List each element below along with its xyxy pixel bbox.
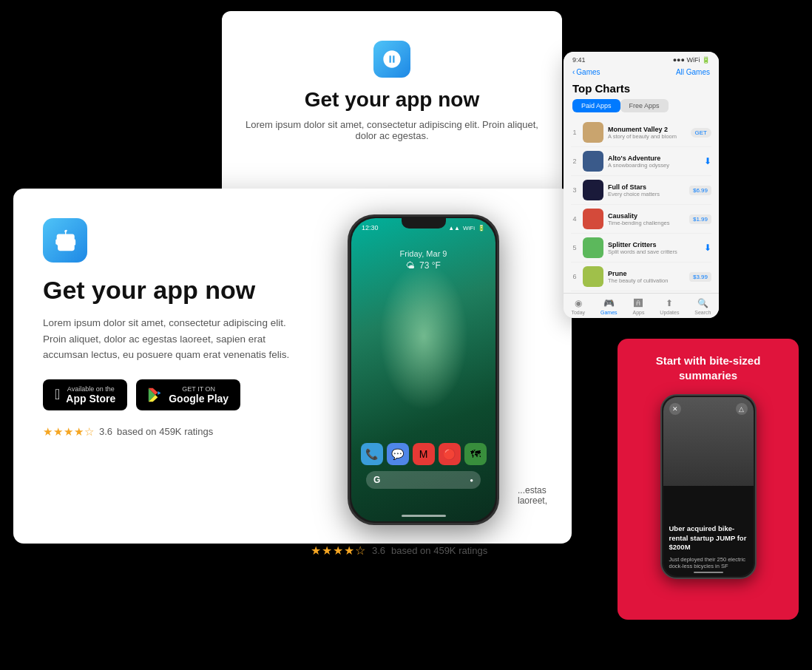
google-small-text: GET IT ON [169, 385, 229, 393]
as-list-item[interactable]: 1 Monument Valley 2 A story of beauty an… [571, 118, 711, 147]
as-all-button[interactable]: All Games [676, 68, 710, 76]
rp-share-button[interactable]: △ [736, 403, 748, 415]
as-tabs: Paid Apps Free Apps [564, 99, 719, 118]
bottom-rating-label: based on 459K ratings [391, 545, 487, 556]
as-list-item[interactable]: 4 Causality Time-bending challenges $1.9… [571, 205, 711, 234]
as-nav: ‹ Games All Games [564, 67, 719, 79]
as-bottom-bar: ◉Today🎮Games🅰Apps⬆Updates🔍Search [564, 293, 719, 318]
phone-app-phone[interactable]: 📞 [361, 443, 383, 465]
bottom-rating-row: ★★★★☆ 3.6 based on 459K ratings [311, 544, 487, 558]
as-status-bar: 9:41 ●●● WiFi 🔋 [564, 52, 719, 67]
phone-app-gmail[interactable]: M [413, 443, 435, 465]
main-rating-value: 3.6 [99, 426, 112, 437]
bottom-stars: ★★★★☆ [311, 544, 366, 558]
as-list-item[interactable]: 5 Splitter Critters Split words and save… [571, 234, 711, 263]
as-app-sub: Every choice matters [608, 191, 685, 197]
as-download-icon[interactable]: ⬇ [704, 156, 711, 166]
phone-search-g: G [373, 475, 380, 485]
as-bottom-tab-icon-1: 🎮 [603, 298, 615, 308]
phone-icons-row-1: 📞 💬 M 🔴 🗺 [359, 443, 488, 465]
as-bottom-tab-icon-0: ◉ [575, 298, 582, 308]
rp-headline: Uber acquired bike-rental startup JUMP f… [669, 524, 748, 552]
as-app-sub: Time-bending challenges [608, 220, 685, 226]
as-app-info: Monument Valley 2 A story of beauty and … [608, 126, 686, 140]
phone-light-effect [379, 263, 468, 410]
red-phone-screen: ✕ △ Uber acquired bike-rental startup JU… [663, 397, 754, 576]
app-store-icon-main [53, 228, 78, 253]
as-bottom-tab-today[interactable]: ◉Today [571, 298, 585, 315]
as-bottom-tab-updates[interactable]: ⬆Updates [660, 298, 679, 315]
as-bottom-tab-icon-2: 🅰 [634, 298, 643, 308]
as-status-icons: ●●● WiFi 🔋 [673, 56, 710, 64]
app-store-button[interactable]:  Available on the App Store [43, 379, 127, 410]
app-store-icon-bg [382, 49, 402, 70]
rp-subtext: Just deployed their 250 electric dock-le… [669, 556, 748, 571]
phone-wifi-icon: WiFi [463, 225, 475, 231]
phone-app-maps[interactable]: 🗺 [464, 443, 487, 465]
as-app-icon [583, 151, 603, 172]
appstore-big-text: App Store [66, 393, 115, 405]
main-stars: ★★★★☆ [43, 425, 95, 439]
phone-app-chrome[interactable]: 🔴 [439, 443, 461, 465]
as-list: 1 Monument Valley 2 A story of beauty an… [564, 118, 719, 318]
as-time: 9:41 [572, 56, 586, 64]
as-bottom-tab-label-2: Apps [632, 310, 644, 315]
as-app-name: Splitter Critters [608, 241, 700, 248]
card-appstore: 9:41 ●●● WiFi 🔋 ‹ Games All Games Top Ch… [564, 52, 719, 318]
as-app-icon [583, 237, 603, 258]
card-background: Get your app now Lorem ipsum dolor sit a… [222, 11, 562, 211]
phone-mockup: 12:30 ▲▲ WiFi 🔋 Friday, Mar 9 🌤 73 °F [348, 214, 499, 525]
phone-date-area: Friday, Mar 9 🌤 73 °F [351, 234, 495, 278]
as-app-icon [583, 209, 603, 229]
phone-body: 12:30 ▲▲ WiFi 🔋 Friday, Mar 9 🌤 73 °F [348, 214, 499, 525]
phone-signal-icon: ▲▲ [448, 225, 460, 231]
as-price[interactable]: $3.99 [689, 272, 711, 282]
google-play-button[interactable]: GET IT ON Google Play [136, 379, 240, 410]
as-item-num: 1 [571, 129, 578, 136]
as-get-btn[interactable]: GET [691, 128, 711, 138]
phone-home-indicator [402, 515, 446, 517]
red-card-title: Start with bite-sizedsummaries [656, 353, 761, 382]
google-play-icon [148, 388, 163, 402]
as-item-num: 5 [571, 244, 578, 251]
as-download-icon[interactable]: ⬇ [704, 243, 711, 253]
as-tab-free[interactable]: Free Apps [620, 99, 669, 112]
as-app-name: Alto's Adventure [608, 155, 700, 162]
apple-icon:  [55, 386, 60, 403]
phone-search-dot: ● [470, 477, 473, 484]
as-app-name: Causality [608, 212, 685, 220]
as-price[interactable]: $1.99 [689, 214, 711, 224]
app-icon-bg [373, 41, 410, 78]
as-bottom-tab-icon-4: 🔍 [697, 298, 708, 308]
as-app-sub: A snowboarding odyssey [608, 162, 700, 169]
phone-day: Friday, Mar 9 [351, 249, 495, 258]
as-item-num: 2 [571, 158, 578, 165]
phone-search-bar[interactable]: G ● [366, 471, 481, 489]
appstore-small-text: Available on the [66, 385, 115, 393]
as-list-item[interactable]: 2 Alto's Adventure A snowboarding odysse… [571, 147, 711, 176]
as-app-name: Monument Valley 2 [608, 126, 686, 133]
as-bottom-tab-apps[interactable]: 🅰Apps [632, 298, 644, 315]
as-app-icon [583, 180, 603, 200]
as-item-num: 3 [571, 186, 578, 194]
rp-content: Uber acquired bike-rental startup JUMP f… [663, 518, 754, 576]
as-bottom-tab-label-1: Games [600, 310, 618, 315]
phone-weather-icon: 🌤 [406, 260, 415, 271]
phone-app-sms[interactable]: 💬 [387, 443, 409, 465]
as-item-num: 4 [571, 215, 578, 223]
as-app-info: Causality Time-bending challenges [608, 212, 685, 226]
as-price[interactable]: $6.99 [689, 186, 711, 195]
rp-close-button[interactable]: ✕ [669, 403, 681, 415]
as-list-item[interactable]: 3 Full of Stars Every choice matters $6.… [571, 176, 711, 205]
as-tab-paid[interactable]: Paid Apps [572, 99, 620, 112]
as-bottom-tab-games[interactable]: 🎮Games [600, 298, 618, 315]
as-app-info: Full of Stars Every choice matters [608, 183, 685, 197]
as-list-item[interactable]: 6 Prune The beauty of cultivation $3.99 [571, 263, 711, 291]
as-item-num: 6 [571, 273, 578, 280]
as-app-sub: A story of beauty and bloom [608, 133, 686, 140]
as-bottom-tab-search[interactable]: 🔍Search [694, 298, 711, 315]
as-bottom-tab-label-0: Today [571, 310, 585, 315]
as-app-icon [583, 122, 603, 143]
as-back-button[interactable]: ‹ Games [572, 68, 600, 76]
as-title: Top Charts [564, 79, 719, 99]
